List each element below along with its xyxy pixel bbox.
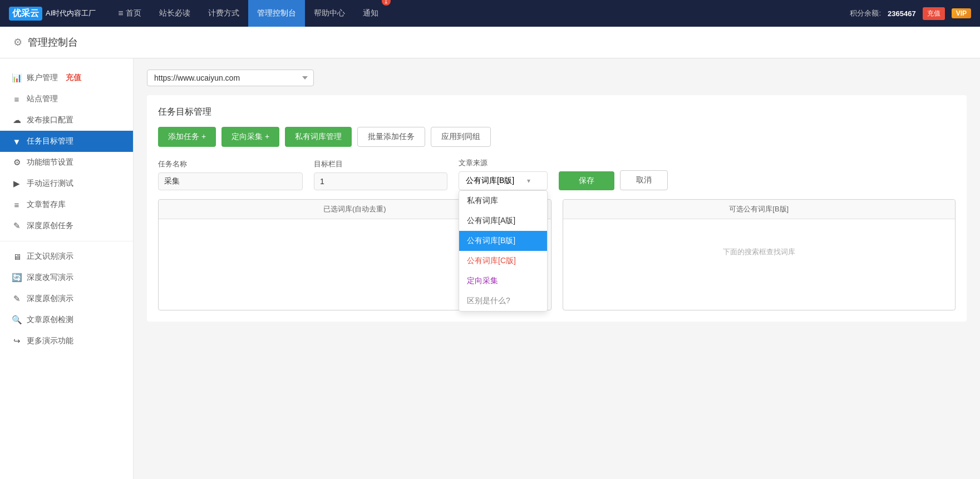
- source-select-button[interactable]: 公有词库[B版]: [459, 171, 548, 190]
- sidebar-settings-label: 功能细节设置: [27, 157, 73, 167]
- sidebar-item-more[interactable]: ↪ 更多演示功能: [0, 330, 133, 352]
- sidebar-item-rewrite[interactable]: 🔄 深度改写演示: [0, 267, 133, 288]
- section-title: 任务目标管理: [158, 106, 956, 118]
- nav-help[interactable]: 帮助中心: [305, 0, 354, 27]
- form-action-btns: 保存 取消: [559, 170, 668, 190]
- vip-badge: VIP: [952, 8, 971, 18]
- sidebar-ocr-label: 正文识别演示: [27, 251, 73, 261]
- sidebar-item-orig-demo[interactable]: ✎ 深度原创演示: [0, 288, 133, 309]
- sidebar: 📊 账户管理 充值 ≡ 站点管理 ☁ 发布接口配置 ▼ 任务目标管理 ⚙ 功能细…: [0, 58, 134, 479]
- rewrite-icon: 🔄: [11, 273, 22, 283]
- nav-pricing[interactable]: 计费方式: [199, 0, 248, 27]
- page-title: 管理控制台: [28, 36, 78, 49]
- nav-must-read[interactable]: 站长必读: [150, 0, 199, 27]
- account-icon: 📊: [11, 73, 22, 83]
- page-header: ⚙ 管理控制台: [0, 27, 980, 58]
- sidebar-item-original[interactable]: ✎ 深度原创任务: [0, 215, 133, 236]
- add-task-button[interactable]: 添加任务 +: [158, 127, 216, 147]
- manual-icon: ▶: [11, 179, 22, 189]
- home-icon: ≡: [118, 8, 123, 18]
- task-name-label: 任务名称: [158, 159, 303, 169]
- sidebar-item-draft[interactable]: ≡ 文章暂存库: [0, 194, 133, 215]
- wordlib-right-body: 下面的搜索框查找词库: [563, 219, 956, 303]
- nav-must-read-label: 站长必读: [159, 8, 190, 18]
- sidebar-orig-demo-label: 深度原创演示: [27, 294, 73, 304]
- sidebar-item-task[interactable]: ▼ 任务目标管理: [0, 131, 133, 152]
- nav-home[interactable]: ≡ 首页: [109, 0, 150, 27]
- nav-console[interactable]: 管理控制台: [248, 0, 305, 27]
- target-col-group: 目标栏目: [314, 159, 447, 190]
- check-icon: 🔍: [11, 315, 22, 325]
- action-btn-row: 添加任务 + 定向采集 + 私有词库管理 批量添加任务 应用到同组: [158, 127, 956, 147]
- logo: 优采云 AI时代内容工厂: [9, 7, 96, 21]
- nav-menu: ≡ 首页 站长必读 计费方式 管理控制台 帮助中心 通知 1: [109, 0, 850, 27]
- topup-button[interactable]: 充值: [923, 7, 945, 20]
- logo-subtitle: AI时代内容工厂: [46, 8, 96, 18]
- dropdown-private[interactable]: 私有词库: [459, 191, 547, 211]
- task-name-input[interactable]: [158, 172, 303, 190]
- target-col-input[interactable]: [314, 172, 447, 190]
- dropdown-diff[interactable]: 区别是什么?: [459, 291, 547, 311]
- points-value: 2365467: [888, 9, 916, 18]
- orig-demo-icon: ✎: [11, 294, 22, 304]
- nav-notify-label: 通知: [363, 8, 378, 18]
- dropdown-public-c[interactable]: 公有词库[C版]: [459, 251, 547, 271]
- form-row: 任务名称 目标栏目 文章来源 公有词库[B版] 私有词库: [158, 158, 956, 190]
- wordlib-right-header: 可选公有词库[B版]: [563, 200, 956, 219]
- target-col-label: 目标栏目: [314, 159, 447, 169]
- draft-icon: ≡: [11, 200, 22, 210]
- sidebar-item-publish[interactable]: ☁ 发布接口配置: [0, 110, 133, 131]
- sidebar-item-site[interactable]: ≡ 站点管理: [0, 88, 133, 110]
- dropdown-public-b[interactable]: 公有词库[B版]: [459, 231, 547, 251]
- nav-console-label: 管理控制台: [257, 8, 296, 18]
- original-icon: ✎: [11, 221, 22, 231]
- sidebar-draft-label: 文章暂存库: [27, 200, 66, 210]
- save-button[interactable]: 保存: [559, 171, 614, 190]
- site-selector-wrap: https://www.ucaiyun.com: [147, 70, 967, 86]
- sidebar-item-manual[interactable]: ▶ 手动运行测试: [0, 173, 133, 194]
- cancel-button[interactable]: 取消: [620, 170, 668, 190]
- source-select-value: 公有词库[B版]: [466, 176, 514, 186]
- wordlib-right: 可选公有词库[B版] 下面的搜索框查找词库: [563, 199, 956, 310]
- task-icon: ▼: [11, 137, 22, 146]
- sidebar-more-label: 更多演示功能: [27, 336, 73, 346]
- apply-group-button[interactable]: 应用到同组: [431, 127, 491, 147]
- dropdown-directed[interactable]: 定向采集: [459, 271, 547, 291]
- site-icon: ≡: [11, 95, 22, 104]
- directed-button[interactable]: 定向采集 +: [221, 127, 279, 147]
- sidebar-item-settings[interactable]: ⚙ 功能细节设置: [0, 152, 133, 173]
- main-content: https://www.ucaiyun.com 任务目标管理 添加任务 + 定向…: [134, 58, 980, 479]
- nav-home-label: 首页: [126, 8, 141, 18]
- wordlib-right-hint: 下面的搜索框查找词库: [569, 225, 950, 257]
- sidebar-check-label: 文章原创检测: [27, 315, 73, 325]
- sidebar-item-account[interactable]: 📊 账户管理 充值: [0, 67, 133, 88]
- batch-add-button[interactable]: 批量添加任务: [357, 127, 425, 147]
- source-group: 文章来源 公有词库[B版] 私有词库 公有词库[A版] 公有词库[B版] 公有词…: [459, 158, 548, 190]
- sidebar-divider: [0, 241, 133, 241]
- sidebar-item-check[interactable]: 🔍 文章原创检测: [0, 309, 133, 330]
- source-dropdown: 私有词库 公有词库[A版] 公有词库[B版] 公有词库[C版] 定向采集 区别是…: [459, 190, 548, 312]
- sidebar-task-label: 任务目标管理: [27, 136, 73, 146]
- sidebar-rewrite-label: 深度改写演示: [27, 273, 73, 283]
- wordlib-row: 已选词库(自动去重) 可选公有词库[B版] 下面的搜索框查找词库: [158, 199, 956, 310]
- topnav-right: 积分余额: 2365467 充值 VIP: [850, 7, 971, 20]
- layout: 📊 账户管理 充值 ≡ 站点管理 ☁ 发布接口配置 ▼ 任务目标管理 ⚙ 功能细…: [0, 58, 980, 479]
- sidebar-manual-label: 手动运行测试: [27, 179, 73, 189]
- settings-icon: ⚙: [11, 157, 22, 167]
- private-lib-button[interactable]: 私有词库管理: [285, 127, 352, 147]
- nav-help-label: 帮助中心: [314, 8, 345, 18]
- nav-notify[interactable]: 通知 1: [354, 0, 387, 27]
- sidebar-item-ocr[interactable]: 🖥 正文识别演示: [0, 246, 133, 267]
- notify-badge: 1: [382, 0, 391, 6]
- sidebar-recharge-link[interactable]: 充值: [66, 73, 81, 83]
- settings-icon: ⚙: [13, 36, 22, 48]
- logo-icon: 优采云: [9, 7, 42, 21]
- task-section: 任务目标管理 添加任务 + 定向采集 + 私有词库管理 批量添加任务 应用到同组…: [147, 95, 967, 322]
- points-label: 积分余额:: [850, 8, 881, 18]
- publish-icon: ☁: [11, 115, 22, 125]
- site-select[interactable]: https://www.ucaiyun.com: [147, 70, 314, 86]
- dropdown-public-a[interactable]: 公有词库[A版]: [459, 211, 547, 231]
- sidebar-publish-label: 发布接口配置: [27, 115, 73, 125]
- ocr-icon: 🖥: [11, 252, 22, 261]
- topnav: 优采云 AI时代内容工厂 ≡ 首页 站长必读 计费方式 管理控制台 帮助中心 通…: [0, 0, 980, 27]
